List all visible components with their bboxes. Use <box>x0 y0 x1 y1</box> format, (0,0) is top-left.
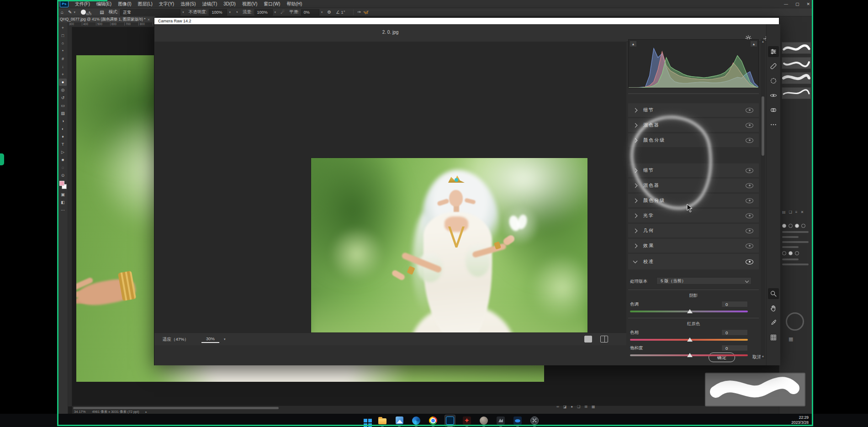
flow-field[interactable]: 100% <box>254 9 273 16</box>
airbrush-icon[interactable]: ☄ <box>281 10 285 15</box>
color-swatches[interactable] <box>59 181 67 189</box>
zoom-tool[interactable] <box>768 288 779 299</box>
mode-select[interactable]: 正常 <box>120 9 180 16</box>
camera-raw-titlebar[interactable]: Camera Raw 14.2 <box>154 18 779 24</box>
menu-item[interactable]: 图层(L) <box>135 1 156 6</box>
menu-item[interactable]: 文字(Y) <box>156 1 177 6</box>
dock-panel-tabs[interactable]: ▤❏≡✕ <box>782 210 804 214</box>
lasso-tool[interactable]: ○ <box>59 40 67 47</box>
history-brush-tool[interactable]: ↺ <box>59 94 67 101</box>
quick-mask-toggle[interactable]: ▣ <box>59 191 67 198</box>
scroll-up-icon[interactable]: ▲ <box>761 39 765 44</box>
pen-tool[interactable]: ♦ <box>59 133 67 140</box>
histogram[interactable]: ▲ ▲ <box>628 39 759 88</box>
toggle-panel-icon[interactable]: ▤ <box>100 10 104 15</box>
brush-preset-icon[interactable] <box>81 10 86 15</box>
visibility-eye-icon[interactable] <box>746 243 753 248</box>
screen-mode-toggle[interactable]: ◧ <box>59 199 67 206</box>
visibility-eye-icon[interactable] <box>746 259 753 264</box>
clone-stamp-tool[interactable]: ◎ <box>59 86 67 94</box>
visibility-eye-icon[interactable] <box>746 108 753 113</box>
status-chevron-icon[interactable]: ▸ <box>145 410 147 413</box>
section-calibration[interactable]: 校准 <box>628 254 759 269</box>
section-geometry[interactable]: 几何 <box>628 224 759 237</box>
menu-item[interactable]: 选择(S) <box>177 1 199 6</box>
visibility-eye-icon[interactable] <box>746 168 753 173</box>
minimize-button[interactable]: — <box>784 2 788 6</box>
path-select-tool[interactable]: ▷ <box>59 148 67 156</box>
before-after-view-icon[interactable] <box>600 336 608 343</box>
opacity-field[interactable]: 100% <box>209 9 227 16</box>
menu-item[interactable]: 3D(D) <box>220 1 239 6</box>
zoom-percent[interactable]: 34.17% <box>74 410 85 414</box>
brush-tool[interactable]: ● <box>59 79 67 86</box>
maximize-button[interactable]: ▢ <box>795 2 799 6</box>
visibility-eye-icon[interactable] <box>746 183 753 188</box>
more-tools[interactable]: ⋯ <box>59 206 67 214</box>
white-balance-tool[interactable] <box>768 317 779 328</box>
menu-item[interactable]: 图像(I) <box>115 1 134 6</box>
blur-tool[interactable]: ◑ <box>59 117 67 125</box>
menu-item[interactable]: 视图(V) <box>239 1 260 6</box>
masking-tool[interactable] <box>768 75 779 86</box>
gradient-tool[interactable]: ▨ <box>59 110 67 117</box>
edit-tool[interactable] <box>768 46 779 57</box>
section-detail[interactable]: 细节 <box>628 103 759 117</box>
red-eye-tool[interactable] <box>768 90 779 101</box>
healing-tool[interactable] <box>768 61 779 72</box>
menu-item[interactable]: 文件(F) <box>72 1 93 6</box>
pressure-opacity-icon[interactable]: ◔ <box>235 10 238 15</box>
more-menu[interactable] <box>768 119 779 130</box>
eraser-tool[interactable]: ▭ <box>59 102 67 109</box>
saturation-slider[interactable] <box>630 353 757 358</box>
shape-tool[interactable]: ■ <box>59 156 67 163</box>
section-effects[interactable]: 效果 <box>628 239 759 253</box>
visibility-eye-icon[interactable] <box>746 123 753 128</box>
color-wheel-icon[interactable] <box>786 312 804 331</box>
close-button[interactable]: ✕ <box>806 2 810 6</box>
grid-overlay-tool[interactable] <box>768 332 779 343</box>
saturation-value-field[interactable]: 0 <box>721 345 748 351</box>
brush-tool-icon[interactable]: ✎ <box>68 10 72 15</box>
section-optics[interactable]: 光学 <box>628 209 759 222</box>
pressure-size-icon[interactable]: ✑ <box>357 10 361 15</box>
system-clock[interactable]: 22:29 2023/3/28 <box>791 415 809 425</box>
single-view-icon[interactable] <box>584 336 592 343</box>
document-tab[interactable]: QHQ_0677.jpg @ 41% (颜色调整 1, 图层蒙版/8) * × <box>58 16 155 22</box>
zoom-tool[interactable]: ⊙ <box>59 172 67 179</box>
grid-panel-icon[interactable]: ▦ <box>789 336 793 342</box>
type-tool[interactable]: T <box>59 141 67 148</box>
menu-item[interactable]: 编辑(E) <box>93 1 115 6</box>
visibility-eye-icon[interactable] <box>746 198 753 203</box>
hue-slider[interactable] <box>630 337 757 343</box>
tint-slider[interactable] <box>630 309 757 314</box>
gear-icon[interactable]: ⚙ <box>327 10 331 15</box>
symmetry-icon[interactable]: 🦋 <box>363 10 369 15</box>
chevron-down-icon[interactable]: ▾ <box>224 337 226 341</box>
scroll-down-icon[interactable]: ▼ <box>761 354 765 359</box>
move-tool[interactable]: + <box>59 24 67 32</box>
eyedropper-tool[interactable]: ↓ <box>59 63 67 70</box>
panel-scrollbar[interactable]: ▲ ▼ <box>761 39 765 359</box>
presets-tool[interactable] <box>768 105 779 116</box>
hand-tool[interactable]: ◌ <box>59 164 67 171</box>
smoothing-field[interactable]: 0% <box>301 9 319 16</box>
zoom-level-select[interactable]: 30% <box>201 336 219 343</box>
menu-item[interactable]: 滤镜(T) <box>199 1 221 6</box>
home-icon[interactable]: ⌂ <box>61 10 64 15</box>
brush-preset-previews[interactable] <box>782 42 810 102</box>
visibility-eye-icon[interactable] <box>746 213 753 218</box>
menu-item[interactable]: 窗口(W) <box>260 1 283 6</box>
dodge-tool[interactable]: ◐ <box>59 125 67 132</box>
visibility-eye-icon[interactable] <box>746 138 753 143</box>
tint-value-field[interactable]: 0 <box>721 301 748 307</box>
crop-tool[interactable]: # <box>59 55 67 63</box>
tab-close-icon[interactable]: × <box>148 17 150 22</box>
healing-tool[interactable]: + <box>59 71 67 78</box>
visibility-eye-icon[interactable] <box>746 228 753 233</box>
preview-area[interactable] <box>154 42 626 332</box>
layers-panel-buttons[interactable]: ∞◪●❏⊞▦ <box>556 405 595 409</box>
hue-value-field[interactable]: 0 <box>721 329 748 336</box>
menu-item[interactable]: 帮助(H) <box>283 1 305 6</box>
foreground-color-swatch[interactable] <box>59 181 64 186</box>
